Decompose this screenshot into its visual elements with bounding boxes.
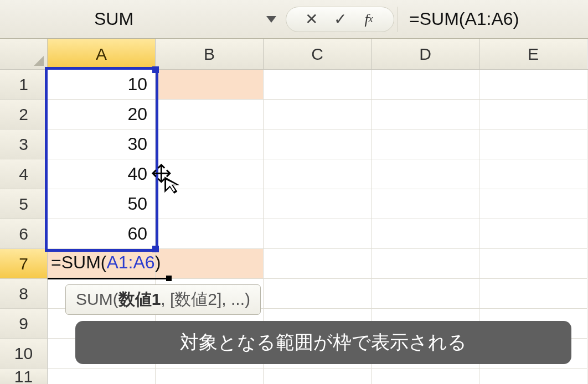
table-row: 30 bbox=[48, 129, 588, 159]
cell-B1[interactable] bbox=[156, 70, 264, 100]
annotation-overlay: 対象となる範囲が枠で表示される bbox=[75, 321, 571, 364]
cell-B2[interactable] bbox=[156, 100, 264, 129]
cell-D7[interactable] bbox=[372, 249, 479, 279]
cell-E1[interactable] bbox=[479, 70, 587, 100]
cell-B11[interactable] bbox=[156, 369, 264, 384]
name-box[interactable]: SUM bbox=[50, 7, 282, 32]
cell-A1[interactable]: 10 bbox=[48, 70, 156, 100]
cell-B6[interactable] bbox=[156, 219, 264, 249]
cell-E11[interactable] bbox=[479, 369, 587, 384]
cell-B5[interactable] bbox=[156, 189, 264, 219]
column-header-E[interactable]: E bbox=[479, 39, 587, 69]
cell-A11[interactable] bbox=[48, 369, 156, 384]
cells-area[interactable]: 10 20 30 bbox=[48, 70, 588, 384]
editing-cell-text[interactable]: =SUM(A1:A6) bbox=[51, 252, 161, 273]
cell-A6[interactable]: 60 bbox=[48, 219, 156, 249]
row-header-3[interactable]: 3 bbox=[0, 129, 48, 159]
cell-E8[interactable] bbox=[479, 279, 587, 309]
cell-D5[interactable] bbox=[372, 189, 479, 219]
row-header-7[interactable]: 7 bbox=[0, 249, 48, 279]
row-header-8[interactable]: 8 bbox=[0, 279, 48, 309]
name-box-dropdown-icon[interactable] bbox=[264, 12, 279, 27]
cell-A2[interactable]: 20 bbox=[48, 100, 156, 129]
fx-icon[interactable]: fx bbox=[360, 11, 377, 28]
table-row: 40 bbox=[48, 159, 588, 189]
table-row: 10 bbox=[48, 70, 588, 100]
cell-D8[interactable] bbox=[372, 279, 479, 309]
row-header-5[interactable]: 5 bbox=[0, 189, 48, 219]
cell-E7[interactable] bbox=[479, 249, 587, 279]
cancel-icon[interactable]: ✕ bbox=[303, 10, 319, 28]
cell-B3[interactable] bbox=[156, 129, 264, 159]
name-box-value: SUM bbox=[94, 9, 133, 29]
cell-B7[interactable] bbox=[156, 249, 264, 279]
cell-C2[interactable] bbox=[264, 100, 372, 129]
cell-C11[interactable] bbox=[264, 369, 372, 384]
tooltip-fn: SUM( bbox=[76, 290, 118, 308]
svg-marker-0 bbox=[266, 16, 276, 23]
cell-E3[interactable] bbox=[479, 129, 587, 159]
cell-E2[interactable] bbox=[479, 100, 587, 129]
cell-C4[interactable] bbox=[264, 159, 372, 189]
row-header-4[interactable]: 4 bbox=[0, 159, 48, 189]
spreadsheet-grid: A B C D E 1 2 3 4 5 6 7 8 9 10 11 10 bbox=[0, 39, 588, 384]
column-header-row: A B C D E bbox=[0, 39, 588, 70]
fill-handle-icon[interactable] bbox=[166, 276, 172, 281]
cell-D4[interactable] bbox=[372, 159, 479, 189]
cell-C6[interactable] bbox=[264, 219, 372, 249]
cell-D1[interactable] bbox=[372, 70, 479, 100]
formula-buttons: ✕ ✓ fx bbox=[286, 7, 394, 32]
edit-prefix: =SUM( bbox=[51, 252, 106, 272]
cell-A5[interactable]: 50 bbox=[48, 189, 156, 219]
column-header-D[interactable]: D bbox=[372, 39, 479, 69]
cell-D3[interactable] bbox=[372, 129, 479, 159]
cell-D11[interactable] bbox=[372, 369, 479, 384]
cell-C7[interactable] bbox=[264, 249, 372, 279]
cell-E4[interactable] bbox=[479, 159, 587, 189]
function-tooltip[interactable]: SUM(数値1, [数値2], ...) bbox=[65, 284, 261, 315]
enter-icon[interactable]: ✓ bbox=[332, 10, 348, 28]
row-header-9[interactable]: 9 bbox=[0, 309, 48, 339]
formula-bar: SUM ✕ ✓ fx =SUM(A1:A6) bbox=[0, 0, 588, 39]
cell-E5[interactable] bbox=[479, 189, 587, 219]
row-header-2[interactable]: 2 bbox=[0, 100, 48, 129]
column-header-C[interactable]: C bbox=[264, 39, 372, 69]
row-header-6[interactable]: 6 bbox=[0, 219, 48, 249]
annotation-text: 対象となる範囲が枠で表示される bbox=[180, 330, 467, 355]
editing-cell-underline bbox=[48, 278, 169, 279]
cell-C3[interactable] bbox=[264, 129, 372, 159]
cell-A4[interactable]: 40 bbox=[48, 159, 156, 189]
row-header-10[interactable]: 10 bbox=[0, 339, 48, 369]
edit-ref: A1:A6 bbox=[106, 252, 154, 272]
formula-input[interactable]: =SUM(A1:A6) bbox=[398, 7, 588, 32]
cell-D2[interactable] bbox=[372, 100, 479, 129]
cell-C1[interactable] bbox=[264, 70, 372, 100]
table-row bbox=[48, 369, 588, 384]
edit-suffix: ) bbox=[155, 252, 161, 272]
cell-B4[interactable] bbox=[156, 159, 264, 189]
tooltip-arg1: 数値1 bbox=[118, 290, 161, 308]
column-header-B[interactable]: B bbox=[156, 39, 264, 69]
cell-E6[interactable] bbox=[479, 219, 587, 249]
column-header-A[interactable]: A bbox=[48, 39, 156, 69]
row-header-1[interactable]: 1 bbox=[0, 70, 48, 100]
cell-C5[interactable] bbox=[264, 189, 372, 219]
select-all-corner[interactable] bbox=[0, 39, 48, 69]
row-header-11[interactable]: 11 bbox=[0, 369, 48, 384]
cell-D6[interactable] bbox=[372, 219, 479, 249]
cell-C8[interactable] bbox=[264, 279, 372, 309]
table-row: 50 bbox=[48, 189, 588, 219]
formula-input-value: =SUM(A1:A6) bbox=[409, 9, 519, 29]
table-row: 20 bbox=[48, 100, 588, 129]
tooltip-rest: , [数値2], ...) bbox=[161, 290, 250, 308]
row-header-col: 1 2 3 4 5 6 7 8 9 10 11 bbox=[0, 70, 48, 384]
table-row: 60 bbox=[48, 219, 588, 249]
cell-A3[interactable]: 30 bbox=[48, 129, 156, 159]
